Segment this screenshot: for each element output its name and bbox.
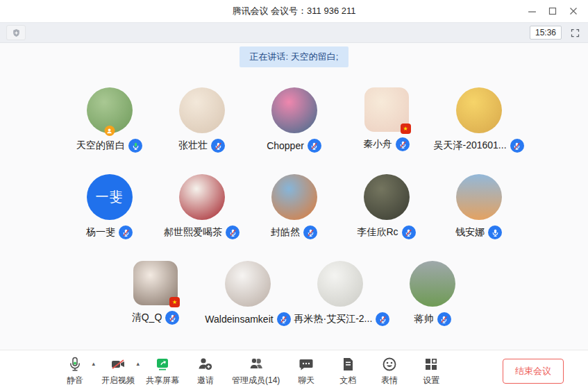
participant-name: 张壮壮 bbox=[178, 139, 208, 152]
participant-tile[interactable]: 蒋帅 bbox=[387, 261, 479, 326]
toolbar-item-label: 聊天 bbox=[298, 375, 314, 386]
participant-avatar bbox=[271, 87, 317, 133]
toolbar-item-label: 邀请 bbox=[197, 375, 214, 386]
statusbar-right: 15:36 bbox=[530, 26, 582, 40]
participant-name: 李佳欣Rc bbox=[357, 226, 398, 239]
toolbar-item-label: 静音 bbox=[67, 375, 83, 386]
maximize-icon[interactable] bbox=[542, 0, 563, 22]
participant-tile[interactable]: 吴天泽-201601... bbox=[432, 87, 525, 153]
toolbar-settings[interactable]: 设置 bbox=[416, 356, 446, 386]
participant-name: 再米热·艾买江-2... bbox=[294, 313, 373, 325]
participant-name: Waldeinsamkeit bbox=[205, 314, 273, 325]
avatar-initials: 一斐 bbox=[96, 188, 124, 206]
toolbar-members[interactable]: 管理成员(14) bbox=[232, 356, 280, 386]
participant-tile[interactable]: 天空的留白 bbox=[63, 87, 156, 153]
participant-name: 杨一斐 bbox=[86, 226, 115, 239]
mic-muted-icon[interactable] bbox=[437, 312, 451, 326]
participant-tile[interactable]: 再米热·艾买江-2... bbox=[294, 261, 387, 326]
participant-tile[interactable]: 封皓然 bbox=[248, 174, 340, 239]
bottom-toolbar: ▴静音▴开启视频共享屏幕邀请管理成员(14)聊天文档表情设置 结束会议 bbox=[0, 350, 588, 392]
close-icon[interactable] bbox=[563, 0, 584, 22]
mic-muted-icon[interactable] bbox=[119, 225, 133, 239]
participant-tile[interactable]: 李佳欣Rc bbox=[340, 174, 432, 239]
participant-avatar bbox=[179, 174, 225, 220]
end-meeting-button[interactable]: 结束会议 bbox=[503, 359, 564, 384]
participant-avatar bbox=[364, 174, 410, 220]
participant-avatar: ★ bbox=[133, 261, 178, 305]
participant-avatar: ★ bbox=[364, 87, 409, 132]
toolbar-share-screen[interactable]: 共享屏幕 bbox=[146, 356, 179, 386]
participant-avatar bbox=[87, 87, 133, 133]
participant-tile[interactable]: 一斐杨一斐 bbox=[63, 174, 156, 239]
participant-tile[interactable]: ★秦小舟 bbox=[340, 87, 432, 153]
speaking-banner-text: 正在讲话: 天空的留白; bbox=[250, 51, 339, 62]
participant-name: 钱安娜 bbox=[455, 226, 485, 239]
flag-badge-icon: ★ bbox=[169, 297, 180, 307]
toolbar-item-label: 表情 bbox=[381, 375, 398, 386]
participant-tile[interactable]: Chopper bbox=[248, 87, 340, 153]
meeting-window: 腾讯会议 会议号：311 936 211 15:36 正在讲话: 天空的留白; … bbox=[0, 0, 588, 392]
document-icon bbox=[339, 356, 356, 373]
fullscreen-icon[interactable] bbox=[568, 26, 582, 40]
participant-name: 吴天泽-201601... bbox=[433, 139, 506, 152]
participant-name: 天空的留白 bbox=[76, 139, 125, 152]
microphone-icon bbox=[67, 356, 83, 373]
participant-row: 一斐杨一斐郝世熙爱喝茶封皓然李佳欣Rc钱安娜 bbox=[63, 174, 525, 239]
mic-muted-icon[interactable] bbox=[165, 311, 179, 325]
mic-on-icon[interactable] bbox=[488, 225, 502, 239]
participant-avatar bbox=[317, 261, 363, 307]
members-icon bbox=[248, 356, 264, 373]
participant-row: ★清Q_QWaldeinsamkeit再米热·艾买江-2...蒋帅 bbox=[63, 261, 525, 326]
host-badge-icon bbox=[104, 126, 115, 136]
statusbar: 15:36 bbox=[0, 22, 588, 43]
mic-muted-icon[interactable] bbox=[396, 137, 410, 151]
meeting-timer: 15:36 bbox=[530, 26, 562, 40]
security-shield-icon[interactable] bbox=[6, 25, 26, 40]
toolbar-emoji[interactable]: 表情 bbox=[374, 356, 405, 386]
participant-avatar bbox=[271, 174, 317, 220]
participant-avatar bbox=[456, 87, 502, 133]
camera-off-icon bbox=[110, 356, 126, 373]
toolbar-microphone[interactable]: ▴静音 bbox=[60, 356, 90, 386]
toolbar-chat[interactable]: 聊天 bbox=[291, 356, 321, 386]
window-controls bbox=[521, 0, 584, 22]
mic-muted-icon[interactable] bbox=[277, 312, 291, 326]
mic-muted-icon[interactable] bbox=[510, 139, 524, 153]
participant-tile[interactable]: 郝世熙爱喝茶 bbox=[156, 174, 248, 239]
toolbar-invite[interactable]: 邀请 bbox=[190, 356, 221, 386]
chevron-up-icon[interactable]: ▴ bbox=[92, 361, 95, 367]
toolbar-items: ▴静音▴开启视频共享屏幕邀请管理成员(14)聊天文档表情设置 bbox=[54, 356, 452, 386]
participant-tile[interactable]: 钱安娜 bbox=[432, 174, 525, 239]
toolbar-camera-off[interactable]: ▴开启视频 bbox=[101, 356, 135, 386]
toolbar-item-label: 文档 bbox=[339, 375, 356, 386]
flag-badge-icon: ★ bbox=[401, 123, 411, 134]
chat-icon bbox=[298, 356, 314, 373]
participant-name: Chopper bbox=[267, 140, 304, 151]
participant-avatar bbox=[456, 174, 502, 220]
mic-muted-icon[interactable] bbox=[226, 225, 240, 239]
share-screen-icon bbox=[154, 356, 171, 373]
participant-tile[interactable]: 张壮壮 bbox=[156, 87, 248, 153]
minimize-icon[interactable] bbox=[521, 0, 542, 22]
participant-avatar bbox=[179, 87, 225, 133]
participant-tile[interactable]: Waldeinsamkeit bbox=[202, 261, 294, 326]
invite-icon bbox=[197, 356, 214, 373]
mic-muted-icon[interactable] bbox=[402, 225, 416, 239]
mic-muted-icon[interactable] bbox=[211, 139, 225, 153]
participant-avatar bbox=[225, 261, 271, 307]
toolbar-item-label: 管理成员(14) bbox=[232, 375, 280, 386]
chevron-up-icon[interactable]: ▴ bbox=[136, 361, 140, 367]
mic-muted-icon[interactable] bbox=[308, 139, 321, 153]
participants-grid: 天空的留白张壮壮Chopper★秦小舟吴天泽-201601...一斐杨一斐郝世熙… bbox=[63, 87, 525, 348]
window-title: 腾讯会议 会议号：311 936 211 bbox=[233, 5, 356, 17]
toolbar-item-label: 设置 bbox=[423, 375, 439, 386]
toolbar-item-label: 共享屏幕 bbox=[146, 375, 179, 386]
participant-tile[interactable]: ★清Q_Q bbox=[110, 261, 202, 326]
participant-name: 清Q_Q bbox=[132, 312, 162, 324]
toolbar-item-label: 开启视频 bbox=[101, 375, 135, 386]
toolbar-document[interactable]: 文档 bbox=[333, 356, 363, 386]
mic-muted-icon[interactable] bbox=[303, 225, 317, 239]
mic-on-icon[interactable] bbox=[128, 139, 142, 153]
participant-name: 秦小舟 bbox=[363, 138, 392, 151]
participant-name: 蒋帅 bbox=[414, 313, 434, 325]
